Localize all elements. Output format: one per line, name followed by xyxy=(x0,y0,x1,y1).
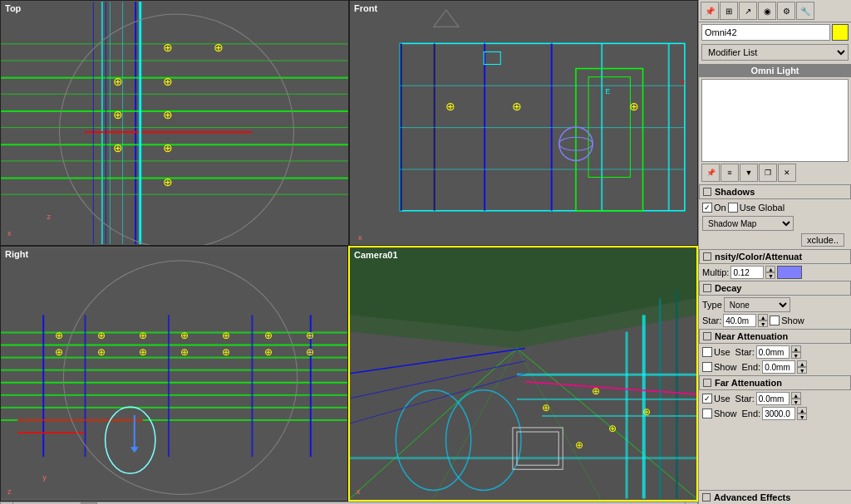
multip-up[interactable]: ▲ xyxy=(765,266,775,272)
svg-text:x: x xyxy=(357,488,361,497)
near-end-down[interactable]: ▼ xyxy=(797,367,807,374)
decay-show-checkbox[interactable] xyxy=(770,316,780,325)
shadows-section-header[interactable]: Shadows xyxy=(699,184,851,199)
advanced-effects-section[interactable]: Advanced Effects xyxy=(699,490,851,504)
svg-text:⊕: ⊕ xyxy=(139,346,147,358)
shadows-use-global-checkbox[interactable] xyxy=(728,203,738,213)
svg-rect-64 xyxy=(42,315,44,457)
decay-type-select[interactable]: None xyxy=(724,297,790,312)
multip-input[interactable] xyxy=(730,266,764,279)
svg-rect-14 xyxy=(1,194,348,195)
far-end-up[interactable]: ▲ xyxy=(797,407,807,413)
svg-text:⊕: ⊕ xyxy=(97,346,106,358)
near-end-up[interactable]: ▲ xyxy=(797,360,807,367)
shadow-map-select[interactable]: Shadow Map xyxy=(702,216,794,231)
stack-bar-icon[interactable]: ≡ xyxy=(721,164,739,182)
near-start-down[interactable]: ▼ xyxy=(791,352,801,359)
far-start-up[interactable]: ▲ xyxy=(791,392,801,399)
far-end-input[interactable] xyxy=(762,407,795,420)
svg-rect-1 xyxy=(101,2,103,244)
near-start-up[interactable]: ▲ xyxy=(791,345,801,352)
near-atten-header[interactable]: Near Attenuation xyxy=(699,329,851,344)
utility-icon[interactable]: ⚙ xyxy=(777,2,795,20)
decay-start-up[interactable]: ▲ xyxy=(758,314,768,321)
svg-rect-8 xyxy=(1,94,348,95)
svg-text:⊕: ⊕ xyxy=(55,330,63,341)
svg-text:⊕: ⊕ xyxy=(113,108,123,121)
stack-delete-icon[interactable]: ✕ xyxy=(778,164,796,182)
far-end-down[interactable]: ▼ xyxy=(797,413,807,420)
viewport-camera[interactable]: Camera01 xyxy=(348,246,698,501)
decay-type-row: Type None xyxy=(699,296,851,313)
modifier-list-row: Modifier List xyxy=(699,42,851,62)
shadows-on-row: On Use Global xyxy=(699,200,851,215)
viewport-top-label: Top xyxy=(5,3,21,13)
decay-start-down[interactable]: ▼ xyxy=(758,321,768,327)
stack-funnel-icon[interactable]: ▼ xyxy=(740,164,758,182)
svg-rect-55 xyxy=(1,248,347,498)
intensity-color-swatch[interactable] xyxy=(777,266,802,279)
far-show-checkbox[interactable] xyxy=(702,409,712,418)
svg-rect-13 xyxy=(1,178,348,179)
near-start-input[interactable] xyxy=(756,345,790,359)
svg-text:⊕: ⊕ xyxy=(642,406,651,418)
far-atten-header[interactable]: Far Attenuation xyxy=(699,375,851,390)
far-use-checkbox[interactable] xyxy=(702,394,712,404)
shadows-on-checkbox[interactable] xyxy=(702,203,712,213)
viewport-front[interactable]: Front xyxy=(349,0,698,246)
viewport-front-label: Front xyxy=(354,3,377,13)
svg-text:⊕: ⊕ xyxy=(163,108,173,121)
modifier-stack[interactable] xyxy=(701,79,849,162)
svg-rect-104 xyxy=(542,415,696,417)
render-icon[interactable]: 🔧 xyxy=(796,2,814,20)
svg-text:y: y xyxy=(42,473,47,482)
stack-icons-row: 📌 ≡ ▼ ❐ ✕ xyxy=(699,162,851,183)
near-start-spinner[interactable]: ▲ ▼ xyxy=(791,345,801,359)
multip-down[interactable]: ▼ xyxy=(765,272,775,279)
svg-rect-5 xyxy=(1,43,348,44)
omni-light-header: Omni Light xyxy=(699,64,851,77)
decay-start-spinner[interactable]: ▲ ▼ xyxy=(758,314,768,327)
advanced-effects-label: Advanced Effects xyxy=(714,492,790,502)
svg-text:z: z xyxy=(47,213,51,221)
svg-rect-60 xyxy=(1,382,347,384)
pin-icon[interactable]: 📌 xyxy=(701,2,719,20)
object-color-swatch[interactable] xyxy=(832,24,849,41)
intensity-section-header[interactable]: nsity/Color/Attenuat xyxy=(699,249,851,264)
svg-text:⊕: ⊕ xyxy=(214,41,224,54)
timeline-scrollbar[interactable]: ◀ 0 / 100 ▶ xyxy=(0,502,698,504)
object-name-input[interactable] xyxy=(701,24,830,41)
motion-icon[interactable]: ↗ xyxy=(739,2,757,20)
svg-text:⊕: ⊕ xyxy=(139,330,147,341)
viewport-top[interactable]: Top xyxy=(0,0,349,246)
hierarchy-icon[interactable]: ⊞ xyxy=(720,2,738,20)
far-start-spinner[interactable]: ▲ ▼ xyxy=(791,392,801,405)
near-use-checkbox[interactable] xyxy=(702,347,712,357)
shadows-on-label: On xyxy=(714,203,726,213)
shadows-label: Shadows xyxy=(715,187,755,197)
svg-text:x: x xyxy=(7,229,12,237)
far-end-spinner[interactable]: ▲ ▼ xyxy=(797,407,807,420)
near-end-input[interactable] xyxy=(762,360,795,374)
far-start-input[interactable] xyxy=(756,392,790,405)
stack-pin-icon[interactable]: 📌 xyxy=(701,164,720,182)
near-end-spinner[interactable]: ▲ ▼ xyxy=(797,360,807,374)
decay-section-header[interactable]: Decay xyxy=(699,281,851,296)
svg-rect-12 xyxy=(1,160,348,161)
far-start-down[interactable]: ▼ xyxy=(791,399,801,405)
modifier-list-dropdown[interactable]: Modifier List xyxy=(701,44,849,61)
multip-spinner[interactable]: ▲ ▼ xyxy=(765,266,775,279)
multip-label: Multip: xyxy=(702,267,729,277)
xclude-button[interactable]: xclude.. xyxy=(801,233,844,247)
svg-rect-66 xyxy=(168,315,170,457)
stack-copy-icon[interactable]: ❐ xyxy=(759,164,777,182)
viewport-camera-label: Camera01 xyxy=(354,250,398,260)
decay-label: Decay xyxy=(715,283,741,293)
svg-rect-105 xyxy=(350,457,696,459)
properties-scroll[interactable]: Shadows On Use Global Shadow Map xclude.… xyxy=(699,183,851,490)
near-show-checkbox[interactable] xyxy=(702,362,712,372)
display-icon[interactable]: ◉ xyxy=(758,2,776,20)
viewport-right[interactable]: Right xyxy=(0,246,348,501)
svg-text:⊕: ⊕ xyxy=(306,346,314,358)
decay-start-input[interactable] xyxy=(723,314,756,327)
